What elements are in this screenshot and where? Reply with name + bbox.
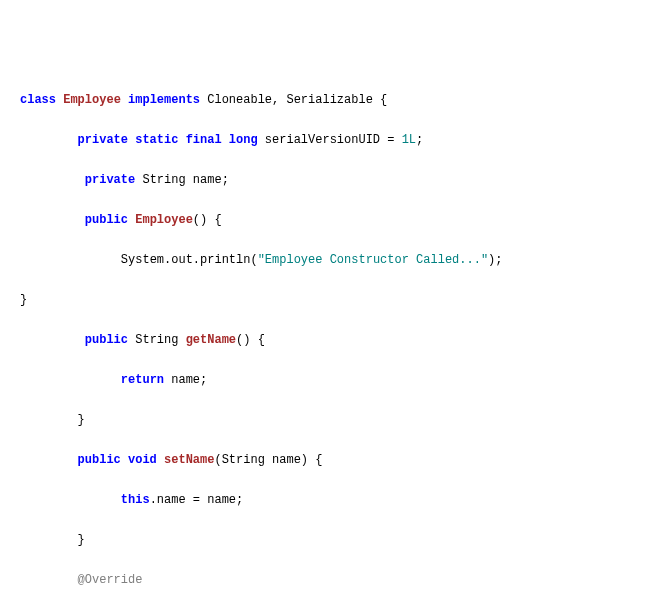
code-line: public void setName(String name) { xyxy=(20,450,659,470)
keyword: private xyxy=(85,173,135,187)
code-text: } xyxy=(20,293,27,307)
code-text: serialVersionUID = xyxy=(258,133,402,147)
method-name: Employee xyxy=(135,213,193,227)
code-text: ; xyxy=(416,133,423,147)
keyword: return xyxy=(121,373,164,387)
code-line: private String name; xyxy=(20,170,659,190)
code-line: } xyxy=(20,530,659,550)
code-line: @Override xyxy=(20,570,659,589)
keyword: public void xyxy=(78,453,157,467)
code-text: () { xyxy=(236,333,265,347)
code-text: } xyxy=(78,533,85,547)
keyword: this xyxy=(121,493,150,507)
code-line: } xyxy=(20,290,659,310)
annotation: @Override xyxy=(78,573,143,587)
keyword: class xyxy=(20,93,56,107)
code-text: ); xyxy=(488,253,502,267)
code-text: System.out.println( xyxy=(121,253,258,267)
method-name: setName xyxy=(164,453,214,467)
code-text: Cloneable, Serializable { xyxy=(200,93,387,107)
code-text: () { xyxy=(193,213,222,227)
keyword: public xyxy=(85,213,128,227)
code-line: return name; xyxy=(20,370,659,390)
code-line: class Employee implements Cloneable, Ser… xyxy=(20,90,659,110)
code-line: public Employee() { xyxy=(20,210,659,230)
code-text: String name; xyxy=(135,173,229,187)
keyword: implements xyxy=(128,93,200,107)
code-text: .name = name; xyxy=(150,493,244,507)
code-line: private static final long serialVersionU… xyxy=(20,130,659,150)
keyword: public xyxy=(85,333,128,347)
code-line: } xyxy=(20,410,659,430)
string: "Employee Constructor Called..." xyxy=(258,253,488,267)
code-text: String xyxy=(128,333,186,347)
class-name: Employee xyxy=(63,93,121,107)
code-text: name; xyxy=(164,373,207,387)
code-line: System.out.println("Employee Constructor… xyxy=(20,250,659,270)
code-text: (String name) { xyxy=(214,453,322,467)
method-name: getName xyxy=(186,333,236,347)
code-line: public String getName() { xyxy=(20,330,659,350)
keyword: private static final long xyxy=(78,133,258,147)
number: 1L xyxy=(402,133,416,147)
code-line: this.name = name; xyxy=(20,490,659,510)
code-text: } xyxy=(78,413,85,427)
